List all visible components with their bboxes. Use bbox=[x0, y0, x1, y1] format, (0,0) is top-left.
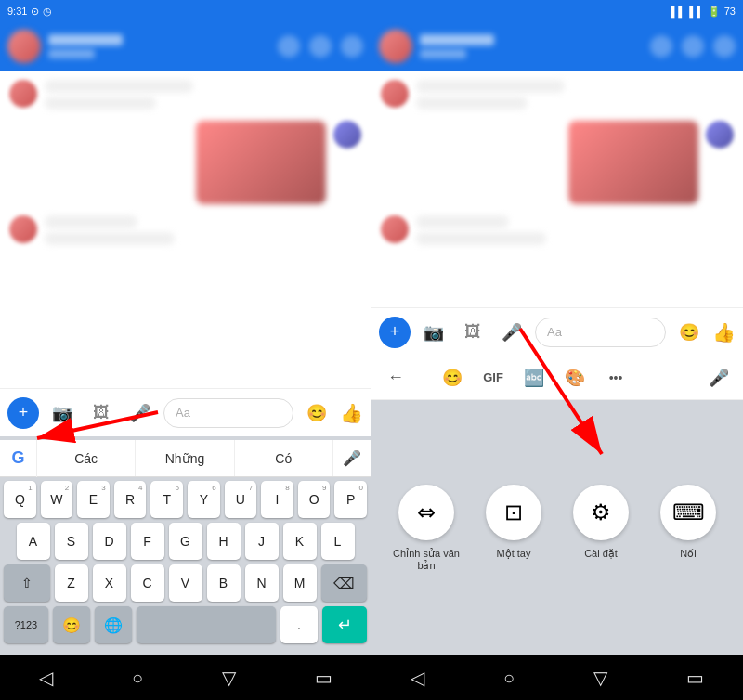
suggestion-1[interactable]: Các bbox=[37, 440, 136, 476]
key-A[interactable]: A bbox=[17, 523, 50, 560]
chat-row-r1 bbox=[381, 80, 734, 110]
key-T[interactable]: T5 bbox=[150, 481, 183, 518]
input-bar-left: + 📷 🖼 🎤 Aa 😊 👍 bbox=[0, 388, 371, 436]
chat-row-3 bbox=[9, 215, 361, 245]
chat-row-r2 bbox=[381, 121, 734, 204]
camera-button-right[interactable]: 📷 bbox=[418, 317, 450, 348]
camera-button-left[interactable]: 📷 bbox=[46, 397, 78, 429]
key-H[interactable]: H bbox=[207, 523, 241, 560]
key-F[interactable]: F bbox=[131, 523, 164, 560]
key-dot[interactable]: . bbox=[280, 606, 318, 643]
toolbar-translate[interactable]: 🔤 bbox=[517, 361, 551, 395]
nav-back-right[interactable]: ◁ bbox=[411, 667, 424, 689]
chat-row-2 bbox=[9, 121, 361, 204]
key-row-2: A S D F G H J K L bbox=[4, 523, 367, 560]
signal-icon2: ▌▌ bbox=[689, 6, 704, 17]
key-M[interactable]: M bbox=[283, 564, 317, 602]
bottom-nav-left: ◁ ○ ▽ ▭ bbox=[0, 655, 372, 700]
key-Q[interactable]: Q1 bbox=[4, 481, 36, 518]
suggestions-row: G Các Những Có 🎤 bbox=[0, 440, 371, 477]
status-icon1: ⊙ bbox=[31, 6, 39, 18]
google-g-icon: G bbox=[0, 440, 37, 477]
key-G[interactable]: G bbox=[169, 523, 202, 560]
nav-home-right[interactable]: ○ bbox=[503, 668, 515, 689]
emoji-button-right[interactable]: 😊 bbox=[673, 317, 705, 348]
key-K[interactable]: K bbox=[283, 523, 317, 560]
suggestion-mic-icon[interactable]: 🎤 bbox=[333, 440, 371, 477]
message-input-right[interactable]: Aa bbox=[535, 318, 666, 347]
toolbar-sep1 bbox=[424, 367, 424, 389]
thumbup-button-right[interactable]: 👍 bbox=[712, 321, 736, 344]
mic-button-left[interactable]: 🎤 bbox=[124, 397, 156, 429]
key-globe[interactable]: 🌐 bbox=[95, 606, 132, 643]
key-N[interactable]: N bbox=[245, 564, 279, 602]
nav-home-left[interactable]: ○ bbox=[132, 668, 143, 689]
nav-recents-left[interactable]: ▽ bbox=[222, 667, 236, 689]
toolbar-more[interactable]: ••• bbox=[599, 361, 632, 395]
settings-icon[interactable]: ⚙ bbox=[573, 485, 629, 540]
option-connect[interactable]: ⌨ Nối bbox=[652, 485, 724, 572]
message-input-left[interactable]: Aa bbox=[163, 398, 293, 428]
mic-button-right[interactable]: 🎤 bbox=[496, 317, 528, 348]
connect-icon[interactable]: ⌨ bbox=[660, 485, 716, 540]
chat-row-1 bbox=[9, 80, 361, 110]
key-enter[interactable]: ↵ bbox=[322, 606, 367, 643]
key-R[interactable]: R4 bbox=[114, 481, 147, 518]
key-P[interactable]: P0 bbox=[334, 481, 367, 518]
one-hand-icon[interactable]: ⊡ bbox=[486, 485, 541, 540]
nav-back-left[interactable]: ◁ bbox=[39, 667, 53, 689]
add-button-right[interactable]: + bbox=[379, 317, 411, 348]
battery-icon: 🔋 bbox=[708, 6, 721, 18]
image-button-right[interactable]: 🖼 bbox=[457, 317, 489, 348]
gboard-options-area: ⇔ Chỉnh sửa văn bản ⊡ Một tay ⚙ Cài đặt … bbox=[372, 400, 743, 655]
toolbar-mic[interactable]: 🎤 bbox=[702, 361, 736, 395]
add-button-left[interactable]: + bbox=[7, 397, 39, 429]
option-edit-text[interactable]: ⇔ Chỉnh sửa văn bản bbox=[390, 485, 463, 572]
key-L[interactable]: L bbox=[321, 523, 355, 560]
key-I[interactable]: I8 bbox=[261, 481, 293, 518]
toolbar-gif[interactable]: GIF bbox=[476, 361, 510, 395]
key-num-sym[interactable]: ?123 bbox=[4, 606, 48, 643]
connect-label: Nối bbox=[680, 548, 696, 560]
key-O[interactable]: O9 bbox=[298, 481, 331, 518]
key-V[interactable]: V bbox=[169, 564, 202, 602]
edit-text-icon[interactable]: ⇔ bbox=[398, 485, 454, 540]
nav-keyboard-left[interactable]: ▭ bbox=[315, 667, 332, 689]
key-row-4: ?123 😊 🌐 . ↵ bbox=[4, 606, 367, 643]
suggestion-2[interactable]: Những bbox=[136, 440, 234, 476]
key-D[interactable]: D bbox=[93, 523, 126, 560]
toolbar-emoji[interactable]: 😊 bbox=[436, 361, 469, 395]
key-row-3: ⇧ Z X C V B N M ⌫ bbox=[4, 564, 367, 602]
key-emoji[interactable]: 😊 bbox=[53, 606, 90, 643]
chat-area-right bbox=[372, 71, 743, 307]
option-one-hand[interactable]: ⊡ Một tay bbox=[477, 485, 550, 572]
option-settings[interactable]: ⚙ Cài đặt bbox=[565, 485, 637, 572]
key-W[interactable]: W2 bbox=[41, 481, 73, 518]
key-delete[interactable]: ⌫ bbox=[321, 564, 368, 602]
key-J[interactable]: J bbox=[245, 523, 279, 560]
key-space[interactable] bbox=[137, 606, 276, 643]
key-S[interactable]: S bbox=[55, 523, 88, 560]
key-Z[interactable]: Z bbox=[55, 564, 88, 602]
keyboard-rows: Q1 W2 E3 R4 T5 Y6 U7 I8 O9 P0 A S D F bbox=[0, 477, 371, 652]
key-Y[interactable]: Y6 bbox=[188, 481, 220, 518]
nav-keyboard-right[interactable]: ▭ bbox=[686, 667, 704, 689]
status-bar: 9:31 ⊙ ◷ ▌▌ ▌▌ 🔋 73 bbox=[0, 0, 743, 22]
thumbup-button-left[interactable]: 👍 bbox=[340, 402, 363, 424]
key-row-1: Q1 W2 E3 R4 T5 Y6 U7 I8 O9 P0 bbox=[4, 481, 367, 518]
emoji-button-left[interactable]: 😊 bbox=[301, 397, 332, 429]
key-X[interactable]: X bbox=[93, 564, 126, 602]
toolbar-palette[interactable]: 🎨 bbox=[558, 361, 592, 395]
battery-level: 73 bbox=[724, 6, 736, 17]
key-B[interactable]: B bbox=[207, 564, 241, 602]
key-shift[interactable]: ⇧ bbox=[4, 564, 50, 602]
toolbar-back[interactable]: ← bbox=[379, 361, 412, 395]
key-C[interactable]: C bbox=[131, 564, 164, 602]
settings-label: Cài đặt bbox=[584, 548, 618, 560]
nav-recents-right[interactable]: ▽ bbox=[593, 667, 607, 689]
image-button-left[interactable]: 🖼 bbox=[85, 397, 117, 429]
messenger-topbar-right bbox=[372, 22, 743, 71]
key-U[interactable]: U7 bbox=[225, 481, 257, 518]
key-E[interactable]: E3 bbox=[77, 481, 110, 518]
suggestion-3[interactable]: Có bbox=[235, 440, 333, 476]
